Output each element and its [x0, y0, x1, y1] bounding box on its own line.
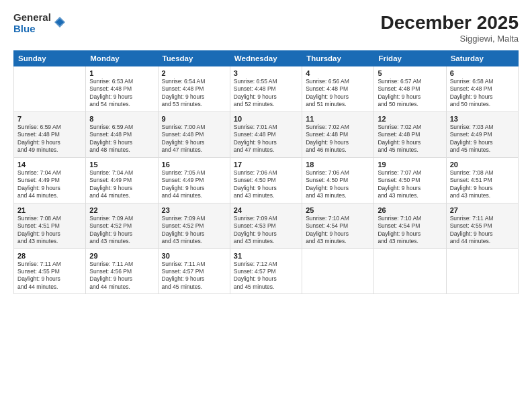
day-number: 27	[450, 206, 515, 214]
day-cell: 11Sunrise: 7:02 AMSunset: 4:48 PMDayligh…	[302, 111, 374, 157]
day-number: 7	[17, 115, 82, 123]
day-number: 20	[450, 161, 515, 169]
day-cell: 14Sunrise: 7:04 AMSunset: 4:49 PMDayligh…	[14, 157, 86, 203]
day-number: 15	[89, 161, 154, 169]
day-cell	[14, 66, 86, 112]
day-cell: 16Sunrise: 7:05 AMSunset: 4:49 PMDayligh…	[158, 157, 230, 203]
day-info: Sunrise: 6:54 AMSunset: 4:48 PMDaylight:…	[162, 78, 226, 109]
day-info: Sunrise: 7:11 AMSunset: 4:56 PMDaylight:…	[89, 261, 154, 291]
day-info: Sunrise: 6:59 AMSunset: 4:48 PMDaylight:…	[89, 124, 154, 154]
day-cell: 25Sunrise: 7:10 AMSunset: 4:54 PMDayligh…	[302, 203, 374, 248]
weekday-header-thursday: Thursday	[302, 51, 374, 66]
day-info: Sunrise: 7:10 AMSunset: 4:54 PMDaylight:…	[378, 215, 442, 246]
day-cell	[302, 248, 374, 294]
day-info: Sunrise: 7:04 AMSunset: 4:49 PMDaylight:…	[89, 169, 154, 200]
day-cell: 7Sunrise: 6:59 AMSunset: 4:48 PMDaylight…	[14, 111, 86, 157]
day-info: Sunrise: 6:53 AMSunset: 4:48 PMDaylight:…	[89, 78, 154, 109]
day-number: 11	[306, 115, 370, 123]
day-cell: 21Sunrise: 7:08 AMSunset: 4:51 PMDayligh…	[14, 203, 86, 248]
day-number: 4	[306, 69, 370, 77]
day-info: Sunrise: 7:08 AMSunset: 4:51 PMDaylight:…	[450, 169, 515, 200]
day-cell: 31Sunrise: 7:12 AMSunset: 4:57 PMDayligh…	[230, 248, 302, 294]
day-info: Sunrise: 7:09 AMSunset: 4:52 PMDaylight:…	[162, 215, 226, 246]
week-row-2: 14Sunrise: 7:04 AMSunset: 4:49 PMDayligh…	[14, 157, 519, 203]
logo-text: General Blue	[13, 12, 51, 34]
day-cell: 13Sunrise: 7:03 AMSunset: 4:49 PMDayligh…	[446, 111, 518, 157]
day-cell: 30Sunrise: 7:11 AMSunset: 4:57 PMDayligh…	[158, 248, 230, 294]
day-cell	[374, 248, 446, 294]
day-number: 31	[234, 252, 298, 260]
day-info: Sunrise: 7:11 AMSunset: 4:57 PMDaylight:…	[162, 261, 226, 291]
day-number: 3	[234, 69, 298, 77]
day-cell: 24Sunrise: 7:09 AMSunset: 4:53 PMDayligh…	[230, 203, 302, 248]
day-cell: 4Sunrise: 6:56 AMSunset: 4:48 PMDaylight…	[302, 66, 374, 112]
month-title: December 2025	[381, 12, 519, 34]
day-number: 28	[17, 252, 82, 260]
day-info: Sunrise: 7:07 AMSunset: 4:50 PMDaylight:…	[378, 169, 442, 200]
title-block: December 2025 Siggiewi, Malta	[381, 12, 519, 44]
day-info: Sunrise: 7:06 AMSunset: 4:50 PMDaylight:…	[306, 169, 370, 200]
day-cell: 19Sunrise: 7:07 AMSunset: 4:50 PMDayligh…	[374, 157, 446, 203]
day-info: Sunrise: 7:12 AMSunset: 4:57 PMDaylight:…	[234, 261, 298, 291]
day-number: 26	[378, 206, 442, 214]
day-cell: 17Sunrise: 7:06 AMSunset: 4:50 PMDayligh…	[230, 157, 302, 203]
day-number: 2	[162, 69, 226, 77]
day-info: Sunrise: 7:00 AMSunset: 4:48 PMDaylight:…	[162, 124, 226, 154]
day-cell: 12Sunrise: 7:02 AMSunset: 4:48 PMDayligh…	[374, 111, 446, 157]
logo-general: General	[13, 12, 51, 24]
week-row-3: 21Sunrise: 7:08 AMSunset: 4:51 PMDayligh…	[14, 203, 519, 248]
calendar-table: SundayMondayTuesdayWednesdayThursdayFrid…	[13, 50, 519, 294]
day-cell: 5Sunrise: 6:57 AMSunset: 4:48 PMDaylight…	[374, 66, 446, 112]
day-info: Sunrise: 6:55 AMSunset: 4:48 PMDaylight:…	[234, 78, 298, 109]
weekday-header-sunday: Sunday	[14, 51, 86, 66]
day-number: 10	[234, 115, 298, 123]
weekday-header-friday: Friday	[374, 51, 446, 66]
day-info: Sunrise: 7:04 AMSunset: 4:49 PMDaylight:…	[17, 169, 82, 200]
weekday-header-monday: Monday	[86, 51, 158, 66]
day-cell: 23Sunrise: 7:09 AMSunset: 4:52 PMDayligh…	[158, 203, 230, 248]
day-cell: 6Sunrise: 6:58 AMSunset: 4:48 PMDaylight…	[446, 66, 518, 112]
day-info: Sunrise: 7:08 AMSunset: 4:51 PMDaylight:…	[17, 215, 82, 246]
day-number: 24	[234, 206, 298, 214]
day-cell: 22Sunrise: 7:09 AMSunset: 4:52 PMDayligh…	[86, 203, 158, 248]
day-info: Sunrise: 7:05 AMSunset: 4:49 PMDaylight:…	[162, 169, 226, 200]
day-number: 21	[17, 206, 82, 214]
day-info: Sunrise: 7:03 AMSunset: 4:49 PMDaylight:…	[450, 124, 515, 154]
day-cell: 8Sunrise: 6:59 AMSunset: 4:48 PMDaylight…	[86, 111, 158, 157]
day-cell: 28Sunrise: 7:11 AMSunset: 4:55 PMDayligh…	[14, 248, 86, 294]
day-info: Sunrise: 7:06 AMSunset: 4:50 PMDaylight:…	[234, 169, 298, 200]
day-number: 14	[17, 161, 82, 169]
day-number: 8	[89, 115, 154, 123]
weekday-header-tuesday: Tuesday	[158, 51, 230, 66]
day-cell: 2Sunrise: 6:54 AMSunset: 4:48 PMDaylight…	[158, 66, 230, 112]
day-number: 13	[450, 115, 515, 123]
day-number: 1	[89, 69, 154, 77]
day-cell: 10Sunrise: 7:01 AMSunset: 4:48 PMDayligh…	[230, 111, 302, 157]
day-number: 12	[378, 115, 442, 123]
week-row-4: 28Sunrise: 7:11 AMSunset: 4:55 PMDayligh…	[14, 248, 519, 294]
day-info: Sunrise: 7:02 AMSunset: 4:48 PMDaylight:…	[306, 124, 370, 154]
day-info: Sunrise: 6:58 AMSunset: 4:48 PMDaylight:…	[450, 78, 515, 109]
day-number: 9	[162, 115, 226, 123]
weekday-header-row: SundayMondayTuesdayWednesdayThursdayFrid…	[14, 51, 519, 66]
location: Siggiewi, Malta	[381, 34, 519, 44]
day-cell: 9Sunrise: 7:00 AMSunset: 4:48 PMDaylight…	[158, 111, 230, 157]
day-cell: 26Sunrise: 7:10 AMSunset: 4:54 PMDayligh…	[374, 203, 446, 248]
day-info: Sunrise: 7:11 AMSunset: 4:55 PMDaylight:…	[450, 215, 515, 246]
logo: General Blue	[13, 12, 66, 34]
week-row-0: 1Sunrise: 6:53 AMSunset: 4:48 PMDaylight…	[14, 66, 519, 112]
day-number: 22	[89, 206, 154, 214]
day-info: Sunrise: 7:01 AMSunset: 4:48 PMDaylight:…	[234, 124, 298, 154]
day-cell: 29Sunrise: 7:11 AMSunset: 4:56 PMDayligh…	[86, 248, 158, 294]
day-cell	[446, 248, 518, 294]
day-info: Sunrise: 7:09 AMSunset: 4:53 PMDaylight:…	[234, 215, 298, 246]
header: General Blue December 2025 Siggiewi, Mal…	[13, 12, 519, 44]
day-number: 6	[450, 69, 515, 77]
day-cell: 18Sunrise: 7:06 AMSunset: 4:50 PMDayligh…	[302, 157, 374, 203]
day-info: Sunrise: 7:02 AMSunset: 4:48 PMDaylight:…	[378, 124, 442, 154]
day-number: 5	[378, 69, 442, 77]
day-number: 30	[162, 252, 226, 260]
day-cell: 15Sunrise: 7:04 AMSunset: 4:49 PMDayligh…	[86, 157, 158, 203]
week-row-1: 7Sunrise: 6:59 AMSunset: 4:48 PMDaylight…	[14, 111, 519, 157]
day-info: Sunrise: 7:11 AMSunset: 4:55 PMDaylight:…	[17, 261, 82, 291]
